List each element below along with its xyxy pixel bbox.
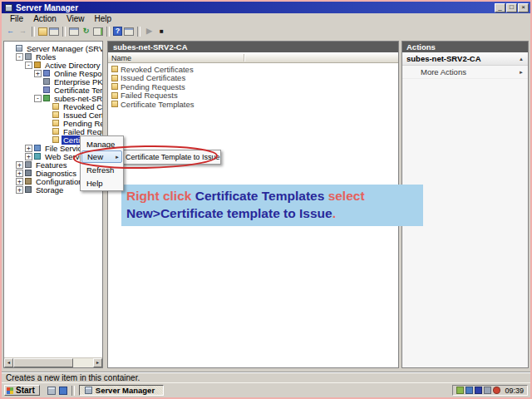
maximize-button[interactable]: □: [506, 3, 517, 12]
annotation-segment: Certificate Templates: [195, 189, 328, 203]
refresh-icon[interactable]: ↻: [81, 26, 91, 37]
task-buttons: Server Manager: [79, 385, 164, 396]
title-bar: Server Manager _□×: [2, 2, 530, 13]
help-icon[interactable]: ?: [113, 27, 122, 36]
results-panel-title: subes-net-SRV2-CA: [108, 42, 398, 52]
up-one-level-icon[interactable]: [38, 27, 47, 36]
annotation-line: New>Certificate template to Issue.: [126, 204, 423, 222]
annotation-box: Right click Certificate Templates select…: [121, 185, 423, 226]
list-item-label: Revoked Certificates: [121, 65, 194, 74]
folder-icon: [52, 111, 59, 118]
expander-minus-icon[interactable]: -: [25, 62, 32, 69]
annotation-segment: New>Certificate template to Issue: [126, 206, 332, 220]
list-item-certificate-templates[interactable]: Certificate Templates: [108, 100, 398, 109]
scroll-left-icon[interactable]: ◄: [4, 358, 13, 367]
properties-icon[interactable]: [69, 27, 79, 36]
context-menu-item-refresh[interactable]: Refresh: [81, 163, 122, 176]
expander-minus-icon[interactable]: -: [34, 95, 42, 102]
list-item-pending-requests[interactable]: Pending Requests: [108, 82, 398, 91]
context-menu-item-manage[interactable]: Manage: [81, 137, 122, 150]
toolbar-separator: [137, 27, 140, 37]
expander-plus-icon[interactable]: +: [34, 70, 42, 77]
submenu-arrow-icon: ►: [115, 155, 120, 160]
computer-icon[interactable]: [466, 387, 473, 394]
annotation-line: Right click Certificate Templates select: [126, 187, 423, 204]
back-icon[interactable]: ←: [5, 26, 16, 37]
play-icon[interactable]: ▶: [144, 26, 155, 37]
expander-plus-icon[interactable]: +: [25, 145, 32, 152]
task-button-label: Server Manager: [96, 386, 155, 395]
tree-item-pending-requests[interactable]: Pending Requests: [4, 119, 102, 127]
folder-icon: [52, 103, 59, 110]
menu-view[interactable]: View: [62, 13, 90, 24]
server-icon[interactable]: [47, 387, 56, 395]
window-icon[interactable]: [475, 387, 482, 394]
features-icon: [25, 161, 32, 168]
scroll-right-icon[interactable]: ►: [93, 358, 102, 367]
clock: 09:39: [505, 387, 524, 395]
expander-plus-icon[interactable]: +: [25, 153, 32, 160]
network-icon[interactable]: [484, 387, 491, 394]
menu-file[interactable]: File: [5, 13, 28, 24]
console-window-icon[interactable]: [49, 27, 59, 36]
actions-section-header[interactable]: subes-net-SRV2-CA ▲: [402, 52, 528, 66]
tree-item-roles[interactable]: -Roles: [4, 52, 102, 61]
show-hide-pane-icon[interactable]: [124, 27, 134, 36]
context-menu-item-new[interactable]: New►: [81, 150, 122, 163]
menu-help[interactable]: Help: [89, 13, 116, 24]
toolbar-separator: [32, 27, 35, 37]
annotation-segment: select: [328, 189, 365, 203]
folder-icon: [52, 120, 59, 126]
expander-plus-icon[interactable]: +: [16, 161, 23, 169]
toolbar-separator: [106, 27, 110, 37]
menu-action[interactable]: Action: [28, 13, 62, 24]
tree-item-server-manager-srv2[interactable]: Server Manager (SRV2): [4, 44, 102, 52]
forward-icon[interactable]: →: [17, 26, 28, 37]
tree-item-active-directory-certificate[interactable]: -Active Directory Certificate: [4, 61, 102, 69]
expander-plus-icon[interactable]: +: [16, 186, 23, 194]
desktop-icon[interactable]: [59, 387, 67, 395]
task-button-server-manager[interactable]: Server Manager: [79, 385, 164, 396]
folder-icon: [111, 101, 118, 107]
tree-item-failed-requests[interactable]: Failed Requests: [4, 127, 102, 135]
tree-item-revoked-certificates[interactable]: Revoked Certificates: [4, 102, 102, 111]
tree-horizontal-scrollbar[interactable]: ◄ ►: [4, 357, 102, 367]
export-list-icon[interactable]: [93, 27, 103, 36]
context-menu: ManageNew►RefreshHelp: [80, 135, 124, 191]
stop-icon[interactable]: ■: [156, 26, 167, 37]
console-tree-panel: Server Manager (SRV2)-Roles-Active Direc…: [3, 41, 103, 368]
tree-item-subes-net-srv2-ca[interactable]: -subes-net-SRV2-CA: [4, 94, 102, 102]
tree-item-enterprise-pki[interactable]: Enterprise PKI: [4, 77, 102, 86]
shield-icon[interactable]: [456, 387, 464, 394]
submenu-item-certificate-template-to-issue[interactable]: Certificate Template to Issue: [121, 151, 219, 163]
more-actions-item[interactable]: More Actions ►: [402, 66, 528, 79]
list-item-revoked-certificates[interactable]: Revoked Certificates: [108, 65, 398, 74]
online-responder-icon: [43, 70, 50, 76]
system-tray: 09:39: [452, 385, 528, 396]
context-menu-item-help[interactable]: Help: [81, 176, 122, 190]
scrollbar-thumb[interactable]: [13, 358, 73, 367]
actions-section-label: subes-net-SRV2-CA: [406, 54, 481, 63]
column-header-label: Name: [111, 54, 131, 62]
close-button[interactable]: ×: [518, 3, 529, 12]
name-column-header[interactable]: Name: [108, 53, 398, 63]
expander-minus-icon[interactable]: -: [16, 53, 23, 61]
list-item-failed-requests[interactable]: Failed Requests: [108, 91, 398, 101]
annotation-segment: Right click: [126, 189, 195, 203]
context-submenu: Certificate Template to Issue: [120, 150, 221, 165]
taskbar-divider: [71, 386, 75, 396]
tree-item-issued-certificates[interactable]: Issued Certificates: [4, 111, 102, 119]
column-divider[interactable]: [244, 54, 244, 62]
start-button[interactable]: Start: [4, 385, 40, 396]
tree-item-certificate-templates[interactable]: Certificate Templates (: [4, 86, 102, 94]
cert-templates-icon: [43, 86, 50, 93]
expander-plus-icon[interactable]: +: [16, 178, 23, 185]
context-menu-label: New: [87, 152, 103, 161]
expander-plus-icon[interactable]: +: [16, 170, 23, 177]
folder-icon: [52, 136, 59, 143]
tree-item-online-responder[interactable]: +Online Responder:: [4, 69, 102, 77]
list-item-issued-certificates[interactable]: Issued Certificates: [108, 74, 398, 83]
minimize-button[interactable]: _: [495, 3, 505, 12]
collapse-icon[interactable]: ▲: [519, 57, 524, 62]
volume-icon[interactable]: [493, 387, 500, 394]
